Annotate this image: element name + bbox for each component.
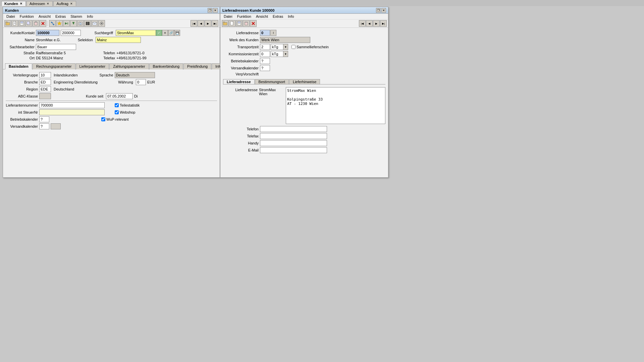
suchbegriff-save-btn[interactable]: 💾: [174, 30, 180, 36]
tab-preisfindung[interactable]: Preisfindung: [183, 63, 211, 69]
transportzeit-combo: ▼: [271, 44, 288, 50]
verteilergruppe-input[interactable]: [39, 72, 51, 78]
lief-save-btn[interactable]: [236, 20, 243, 27]
lief-adresse-lookup-btn[interactable]: I: [270, 30, 276, 36]
window-tab-adressen-close[interactable]: ✕: [46, 2, 50, 5]
subtab-bestimmungsort[interactable]: Bestimmungsort: [255, 79, 289, 84]
lief-addr-textarea[interactable]: StromMax Wien Kolpingstraße 33 AT - 1230…: [286, 87, 385, 124]
lief-telefax-label: Telefax: [223, 134, 260, 138]
delete-btn[interactable]: [33, 20, 39, 27]
nav-first-btn[interactable]: |◀: [191, 20, 197, 27]
lief-menu-info[interactable]: Info: [286, 14, 296, 19]
lieferadressen-restore-btn[interactable]: ❐: [376, 8, 381, 13]
kunde-input[interactable]: [36, 30, 59, 36]
kunden-close-btn[interactable]: ✕: [213, 8, 218, 13]
selektion-input[interactable]: [96, 37, 141, 43]
tab-lieferparameter[interactable]: Lieferparameter: [76, 63, 109, 69]
new-btn[interactable]: [11, 20, 18, 27]
versandkalender-extra[interactable]: [51, 123, 61, 129]
lief-menu-extras[interactable]: Extras: [271, 14, 285, 19]
lief-nav-prev-btn[interactable]: ◀: [366, 20, 373, 27]
kommissionierzeit-unit-input[interactable]: [271, 51, 283, 57]
lief-telefon-input[interactable]: [260, 126, 327, 132]
lief-nav-play-btn[interactable]: ▶: [373, 20, 380, 27]
lief-betriebskalender-input[interactable]: [260, 58, 270, 64]
lieferadressen-close-btn[interactable]: ✕: [381, 8, 386, 13]
tab-bankverbindung[interactable]: Bankverbindung: [149, 63, 183, 69]
close-btn[interactable]: [40, 20, 46, 27]
phone-btn[interactable]: [49, 20, 56, 27]
transportzeit-unit-arrow[interactable]: ▼: [283, 44, 288, 50]
lief-email-input[interactable]: [260, 147, 327, 153]
waehrung-input[interactable]: [136, 79, 146, 85]
kommissionierzeit-unit-arrow[interactable]: ▼: [283, 51, 288, 57]
kunden-menu-stamm[interactable]: Stamm: [68, 14, 84, 19]
kunden-menu-funktion[interactable]: Funktion: [18, 14, 36, 19]
suchbegriff-link-btn[interactable]: 🔗: [168, 30, 174, 36]
window-tab-kunden[interactable]: Kunden ✕: [1, 1, 26, 6]
kunde-seit-input[interactable]: [106, 93, 133, 99]
sammellieferschein-checkbox[interactable]: [291, 45, 296, 49]
abc-klasse-input[interactable]: [39, 93, 51, 99]
star-btn[interactable]: [56, 20, 63, 27]
save-btn[interactable]: [18, 20, 25, 27]
webshop-checkbox[interactable]: [115, 110, 119, 114]
window-tab-auftrag-close[interactable]: ✕: [70, 2, 73, 5]
subtab-lieferhinweise[interactable]: Lieferhinweise: [289, 79, 320, 84]
suchbegriff-input[interactable]: [116, 30, 156, 36]
lief-menu-funktion[interactable]: Funktion: [235, 14, 253, 19]
steuer-input[interactable]: [39, 109, 105, 115]
tab-basisdaten[interactable]: Basisdaten: [5, 63, 32, 69]
kunden-menu-ansicht[interactable]: Ansicht: [37, 14, 53, 19]
nav-prev-btn[interactable]: ◀: [198, 20, 204, 27]
lief-nav-first-btn[interactable]: |◀: [359, 20, 366, 27]
lieferantennummer-input[interactable]: [39, 102, 105, 108]
transportzeit-input[interactable]: [260, 44, 270, 50]
betriebskalender-input[interactable]: [39, 116, 49, 122]
kunden-menu-datei[interactable]: Datei: [4, 14, 17, 19]
lief-nav-last-btn[interactable]: ▶|: [380, 20, 387, 27]
window-tab-kunden-close[interactable]: ✕: [19, 2, 23, 5]
kunden-menu-info[interactable]: Info: [85, 14, 95, 19]
lief-adresse-input[interactable]: [260, 30, 270, 36]
open-folder-btn[interactable]: [4, 20, 11, 27]
lief-close-btn[interactable]: [250, 20, 257, 27]
lief-open-btn[interactable]: [222, 20, 228, 27]
region-code-input[interactable]: [39, 86, 51, 92]
window-tab-adressen[interactable]: Adressen ✕: [26, 1, 53, 6]
kunden-menu-extras[interactable]: Extras: [53, 14, 68, 19]
wup-checkbox[interactable]: [101, 117, 105, 121]
versandkalender-input[interactable]: [39, 123, 49, 129]
kunden-restore-btn[interactable]: ❐: [208, 8, 212, 13]
copy-btn[interactable]: [25, 20, 32, 27]
arrow-down-btn[interactable]: [70, 20, 77, 27]
suchbegriff-copy-btn[interactable]: ≡: [162, 30, 168, 36]
subtab-lieferadresse[interactable]: Lieferadresse: [223, 79, 255, 84]
lief-menu-datei[interactable]: Datei: [222, 14, 234, 19]
lief-versandkalender-input[interactable]: [260, 65, 270, 71]
settings-btn[interactable]: [98, 20, 105, 27]
transportzeit-unit-input[interactable]: [271, 44, 283, 50]
suchbegriff-check-btn[interactable]: ✓: [156, 30, 162, 36]
camera-btn[interactable]: [77, 20, 84, 27]
window-tab-auftrag[interactable]: Auftrag ✕: [53, 1, 76, 6]
barcode-btn[interactable]: [84, 20, 91, 27]
tab-rechnungsparameter[interactable]: Rechnungsparameter: [33, 63, 75, 69]
lief-new-btn[interactable]: [229, 20, 235, 27]
tab-zahlungsparameter[interactable]: Zahlungsparameter: [109, 63, 149, 69]
sprache-input[interactable]: [115, 72, 155, 78]
teilstatistik-checkbox[interactable]: [115, 103, 119, 107]
kommissionierzeit-input[interactable]: [260, 51, 270, 57]
mail-btn[interactable]: [91, 20, 98, 27]
sachbearbeiter-input[interactable]: [36, 44, 76, 50]
lief-handy-input[interactable]: [260, 140, 327, 146]
kontakt-input[interactable]: [61, 30, 81, 36]
branche-code-input[interactable]: [39, 79, 51, 85]
arrow-right-btn[interactable]: [63, 20, 70, 27]
lief-delete-btn[interactable]: [243, 20, 250, 27]
nav-play-btn[interactable]: ▶: [205, 20, 211, 27]
lief-telefax-input[interactable]: [260, 133, 327, 139]
lief-menu-ansicht[interactable]: Ansicht: [254, 14, 270, 19]
nav-last-btn[interactable]: ▶|: [212, 20, 218, 27]
werk-input[interactable]: [260, 37, 310, 43]
